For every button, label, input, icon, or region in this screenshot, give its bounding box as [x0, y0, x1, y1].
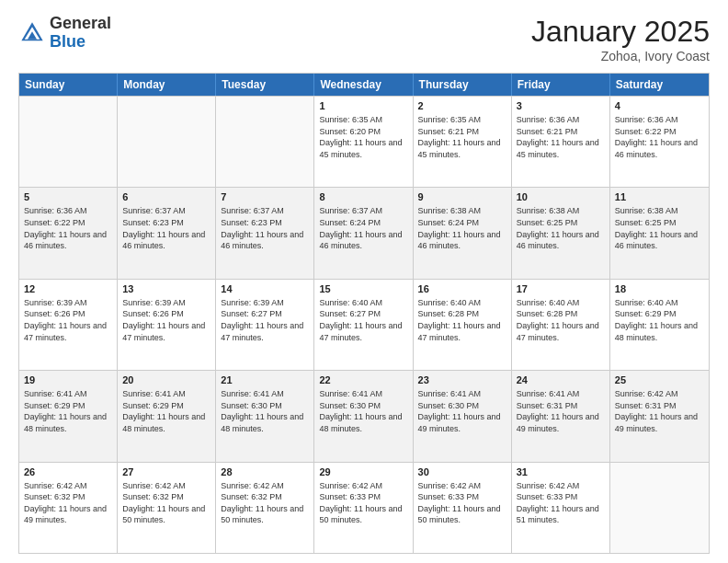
calendar-header: SundayMondayTuesdayWednesdayThursdayFrid…: [19, 74, 709, 96]
day-cell-21: 21Sunrise: 6:41 AM Sunset: 6:30 PM Dayli…: [216, 371, 314, 461]
day-cell-8: 8Sunrise: 6:37 AM Sunset: 6:24 PM Daylig…: [314, 188, 413, 278]
day-number: 14: [221, 283, 309, 294]
cell-info: Sunrise: 6:40 AM Sunset: 6:28 PM Dayligh…: [517, 297, 605, 343]
cell-info: Sunrise: 6:40 AM Sunset: 6:28 PM Dayligh…: [418, 297, 506, 343]
day-cell-30: 30Sunrise: 6:42 AM Sunset: 6:33 PM Dayli…: [414, 463, 512, 553]
header-day-thursday: Thursday: [414, 74, 512, 96]
month-title: January 2025: [531, 15, 710, 49]
day-cell-18: 18Sunrise: 6:40 AM Sunset: 6:29 PM Dayli…: [610, 280, 709, 370]
day-number: 18: [615, 283, 704, 294]
day-cell-17: 17Sunrise: 6:40 AM Sunset: 6:28 PM Dayli…: [512, 280, 610, 370]
cell-info: Sunrise: 6:36 AM Sunset: 6:22 PM Dayligh…: [24, 205, 112, 251]
day-cell-19: 19Sunrise: 6:41 AM Sunset: 6:29 PM Dayli…: [19, 371, 118, 461]
cell-info: Sunrise: 6:36 AM Sunset: 6:21 PM Dayligh…: [517, 114, 605, 160]
day-number: 3: [517, 100, 605, 111]
day-number: 22: [319, 374, 407, 385]
day-cell-11: 11Sunrise: 6:38 AM Sunset: 6:25 PM Dayli…: [610, 188, 709, 278]
day-cell-6: 6Sunrise: 6:37 AM Sunset: 6:23 PM Daylig…: [118, 188, 216, 278]
week-row-5: 26Sunrise: 6:42 AM Sunset: 6:32 PM Dayli…: [19, 462, 709, 553]
day-cell-25: 25Sunrise: 6:42 AM Sunset: 6:31 PM Dayli…: [610, 371, 709, 461]
day-number: 6: [122, 191, 210, 202]
cell-info: Sunrise: 6:42 AM Sunset: 6:32 PM Dayligh…: [24, 480, 112, 526]
logo-blue: Blue: [50, 32, 85, 51]
day-cell-26: 26Sunrise: 6:42 AM Sunset: 6:32 PM Dayli…: [19, 463, 118, 553]
cell-info: Sunrise: 6:42 AM Sunset: 6:32 PM Dayligh…: [122, 480, 210, 526]
day-cell-14: 14Sunrise: 6:39 AM Sunset: 6:27 PM Dayli…: [216, 280, 314, 370]
day-cell-12: 12Sunrise: 6:39 AM Sunset: 6:26 PM Dayli…: [19, 280, 118, 370]
cell-info: Sunrise: 6:42 AM Sunset: 6:33 PM Dayligh…: [517, 480, 605, 526]
logo-text: General Blue: [50, 15, 111, 52]
cell-info: Sunrise: 6:38 AM Sunset: 6:24 PM Dayligh…: [418, 205, 506, 251]
day-number: 27: [122, 466, 210, 477]
week-row-1: 1Sunrise: 6:35 AM Sunset: 6:20 PM Daylig…: [19, 96, 709, 187]
cell-info: Sunrise: 6:41 AM Sunset: 6:30 PM Dayligh…: [418, 388, 506, 434]
day-number: 1: [319, 100, 407, 111]
day-cell-9: 9Sunrise: 6:38 AM Sunset: 6:24 PM Daylig…: [414, 188, 512, 278]
logo: General Blue: [18, 15, 111, 52]
header-day-tuesday: Tuesday: [216, 74, 314, 96]
day-number: 19: [24, 374, 112, 385]
day-number: 20: [122, 374, 210, 385]
day-cell-22: 22Sunrise: 6:41 AM Sunset: 6:30 PM Dayli…: [314, 371, 413, 461]
header-day-wednesday: Wednesday: [314, 74, 413, 96]
day-cell-23: 23Sunrise: 6:41 AM Sunset: 6:30 PM Dayli…: [414, 371, 512, 461]
day-cell-7: 7Sunrise: 6:37 AM Sunset: 6:23 PM Daylig…: [216, 188, 314, 278]
day-number: 25: [615, 374, 704, 385]
cell-info: Sunrise: 6:36 AM Sunset: 6:22 PM Dayligh…: [615, 114, 704, 160]
cell-info: Sunrise: 6:38 AM Sunset: 6:25 PM Dayligh…: [615, 205, 704, 251]
header-day-sunday: Sunday: [19, 74, 118, 96]
location-subtitle: Zohoa, Ivory Coast: [531, 49, 710, 63]
cell-info: Sunrise: 6:41 AM Sunset: 6:31 PM Dayligh…: [517, 388, 605, 434]
day-number: 7: [221, 191, 309, 202]
cell-info: Sunrise: 6:42 AM Sunset: 6:31 PM Dayligh…: [615, 388, 704, 434]
day-number: 8: [319, 191, 407, 202]
day-cell-28: 28Sunrise: 6:42 AM Sunset: 6:32 PM Dayli…: [216, 463, 314, 553]
day-cell-24: 24Sunrise: 6:41 AM Sunset: 6:31 PM Dayli…: [512, 371, 610, 461]
cell-info: Sunrise: 6:41 AM Sunset: 6:29 PM Dayligh…: [122, 388, 210, 434]
logo-icon: [18, 19, 46, 47]
day-number: 12: [24, 283, 112, 294]
week-row-2: 5Sunrise: 6:36 AM Sunset: 6:22 PM Daylig…: [19, 187, 709, 278]
day-number: 23: [418, 374, 506, 385]
week-row-3: 12Sunrise: 6:39 AM Sunset: 6:26 PM Dayli…: [19, 279, 709, 370]
cell-info: Sunrise: 6:40 AM Sunset: 6:29 PM Dayligh…: [615, 297, 704, 343]
cell-info: Sunrise: 6:41 AM Sunset: 6:29 PM Dayligh…: [24, 388, 112, 434]
day-number: 29: [319, 466, 407, 477]
cell-info: Sunrise: 6:39 AM Sunset: 6:27 PM Dayligh…: [221, 297, 309, 343]
day-cell-10: 10Sunrise: 6:38 AM Sunset: 6:25 PM Dayli…: [512, 188, 610, 278]
cell-info: Sunrise: 6:41 AM Sunset: 6:30 PM Dayligh…: [221, 388, 309, 434]
day-number: 11: [615, 191, 704, 202]
cell-info: Sunrise: 6:35 AM Sunset: 6:21 PM Dayligh…: [418, 114, 506, 160]
day-cell-29: 29Sunrise: 6:42 AM Sunset: 6:33 PM Dayli…: [314, 463, 413, 553]
day-number: 5: [24, 191, 112, 202]
cell-info: Sunrise: 6:42 AM Sunset: 6:32 PM Dayligh…: [221, 480, 309, 526]
empty-cell: [216, 97, 314, 187]
day-cell-20: 20Sunrise: 6:41 AM Sunset: 6:29 PM Dayli…: [118, 371, 216, 461]
day-number: 2: [418, 100, 506, 111]
title-area: January 2025 Zohoa, Ivory Coast: [531, 15, 710, 63]
cell-info: Sunrise: 6:37 AM Sunset: 6:24 PM Dayligh…: [319, 205, 407, 251]
day-cell-5: 5Sunrise: 6:36 AM Sunset: 6:22 PM Daylig…: [19, 188, 118, 278]
day-cell-1: 1Sunrise: 6:35 AM Sunset: 6:20 PM Daylig…: [314, 97, 413, 187]
day-cell-31: 31Sunrise: 6:42 AM Sunset: 6:33 PM Dayli…: [512, 463, 610, 553]
cell-info: Sunrise: 6:37 AM Sunset: 6:23 PM Dayligh…: [221, 205, 309, 251]
week-row-4: 19Sunrise: 6:41 AM Sunset: 6:29 PM Dayli…: [19, 370, 709, 461]
cell-info: Sunrise: 6:41 AM Sunset: 6:30 PM Dayligh…: [319, 388, 407, 434]
empty-cell: [19, 97, 118, 187]
cell-info: Sunrise: 6:38 AM Sunset: 6:25 PM Dayligh…: [517, 205, 605, 251]
day-cell-4: 4Sunrise: 6:36 AM Sunset: 6:22 PM Daylig…: [610, 97, 709, 187]
day-cell-13: 13Sunrise: 6:39 AM Sunset: 6:26 PM Dayli…: [118, 280, 216, 370]
day-cell-3: 3Sunrise: 6:36 AM Sunset: 6:21 PM Daylig…: [512, 97, 610, 187]
header-day-monday: Monday: [118, 74, 216, 96]
day-number: 10: [517, 191, 605, 202]
header-day-friday: Friday: [512, 74, 610, 96]
day-number: 4: [615, 100, 704, 111]
day-cell-16: 16Sunrise: 6:40 AM Sunset: 6:28 PM Dayli…: [414, 280, 512, 370]
cell-info: Sunrise: 6:39 AM Sunset: 6:26 PM Dayligh…: [122, 297, 210, 343]
day-number: 31: [517, 466, 605, 477]
header-day-saturday: Saturday: [610, 74, 709, 96]
day-number: 17: [517, 283, 605, 294]
header: General Blue January 2025 Zohoa, Ivory C…: [18, 15, 710, 63]
day-number: 13: [122, 283, 210, 294]
cell-info: Sunrise: 6:42 AM Sunset: 6:33 PM Dayligh…: [418, 480, 506, 526]
